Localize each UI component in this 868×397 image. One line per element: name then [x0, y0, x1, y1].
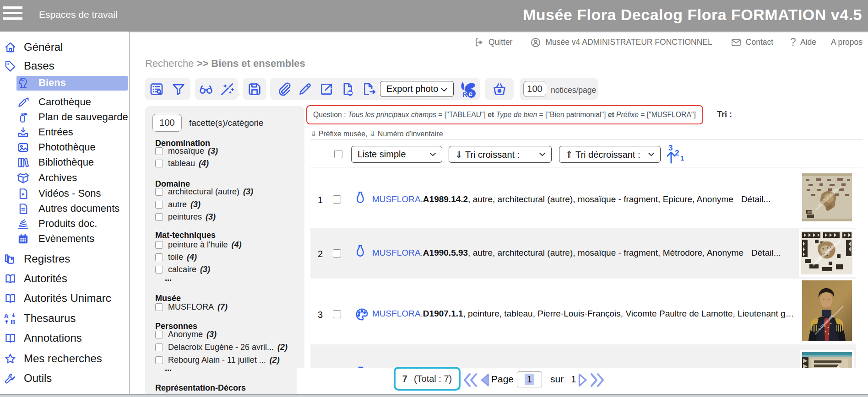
svg-text:JKO: JKO: [807, 211, 812, 214]
svg-text:R: R: [462, 91, 467, 98]
svg-text:e: e: [469, 90, 473, 97]
svg-text:B: B: [11, 318, 15, 325]
svg-text:A: A: [4, 312, 9, 319]
